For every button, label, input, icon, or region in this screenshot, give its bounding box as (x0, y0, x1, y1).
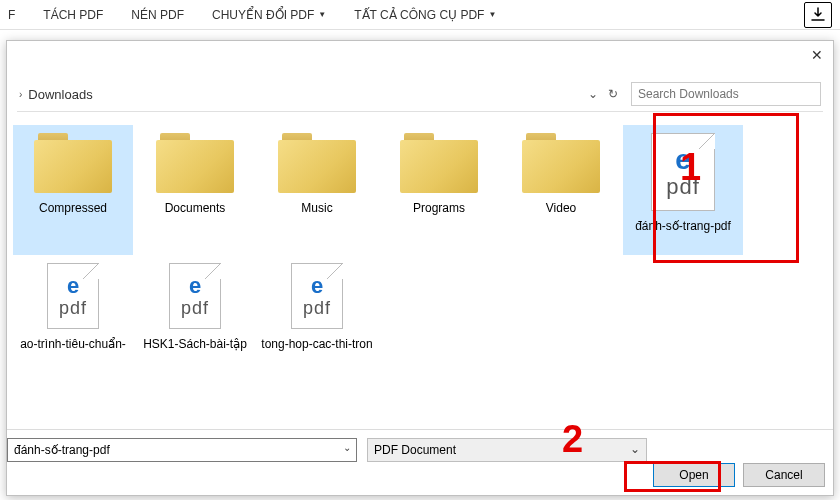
menu-tach-pdf[interactable]: TÁCH PDF (43, 8, 103, 22)
menu-label: TẤT CẢ CÔNG CỤ PDF (354, 8, 484, 22)
chevron-down-icon[interactable]: ⌄ (343, 442, 351, 453)
chevron-right-icon: › (19, 89, 22, 100)
divider (17, 111, 823, 112)
search-input[interactable] (631, 82, 821, 106)
folder-programs[interactable]: Programs (379, 125, 499, 255)
filetype-select[interactable]: PDF Document (367, 438, 647, 462)
file-label: Video (501, 201, 621, 215)
dialog-bottom-bar: ⌄ PDF Document Open Cancel (7, 429, 833, 495)
file-label: ao-trình-tiêu-chuẩn- (13, 337, 133, 351)
cancel-button[interactable]: Cancel (743, 463, 825, 487)
file-danh-so-trang-pdf[interactable]: epdf đánh-số-trang-pdf (623, 125, 743, 255)
folder-icon (156, 133, 234, 193)
file-label: Programs (379, 201, 499, 215)
file-hsk1[interactable]: epdf HSK1-Sách-bài-tập (135, 255, 255, 375)
menu-nen-pdf[interactable]: NÉN PDF (131, 8, 184, 22)
folder-documents[interactable]: Documents (135, 125, 255, 255)
menu-tat-ca-cong-cu-pdf[interactable]: TẤT CẢ CÔNG CỤ PDF▼ (354, 8, 496, 22)
breadcrumb[interactable]: › Downloads (19, 87, 93, 102)
pdf-file-icon: epdf (169, 263, 221, 329)
web-toolbar: F TÁCH PDF NÉN PDF CHUYỂN ĐỔI PDF▼ TẤT C… (0, 0, 840, 30)
folder-icon (278, 133, 356, 193)
file-label: đánh-số-trang-pdf (623, 219, 743, 233)
folder-video[interactable]: Video (501, 125, 621, 255)
folder-icon (400, 133, 478, 193)
files-area: Compressed Documents Music Programs Vide… (7, 125, 823, 425)
dialog-nav-row: › Downloads ⌄ ↻ (7, 77, 833, 111)
file-label: tong-hop-cac-thi-tron (257, 337, 377, 351)
dropdown-history-icon[interactable]: ⌄ (585, 86, 601, 102)
refresh-icon[interactable]: ↻ (605, 86, 621, 102)
filetype-label: PDF Document (374, 443, 456, 457)
pdf-file-icon: epdf (651, 133, 715, 211)
open-button[interactable]: Open (653, 463, 735, 487)
file-ao-trinh[interactable]: epdf ao-trình-tiêu-chuẩn- (13, 255, 133, 375)
folder-icon (34, 133, 112, 193)
file-tong-hop[interactable]: epdf tong-hop-cac-thi-tron (257, 255, 377, 375)
breadcrumb-label: Downloads (28, 87, 92, 102)
folder-compressed[interactable]: Compressed (13, 125, 133, 255)
file-label: Compressed (13, 201, 133, 215)
pdf-file-icon: epdf (291, 263, 343, 329)
folder-icon (522, 133, 600, 193)
download-icon (810, 7, 826, 23)
menu-f[interactable]: F (8, 8, 15, 22)
folder-music[interactable]: Music (257, 125, 377, 255)
file-label: Music (257, 201, 377, 215)
file-open-dialog: ✕ › Downloads ⌄ ↻ Compressed Documents (6, 40, 834, 496)
chevron-down-icon: ▼ (488, 10, 496, 19)
menu-chuyen-doi-pdf[interactable]: CHUYỂN ĐỔI PDF▼ (212, 8, 326, 22)
chevron-down-icon: ▼ (318, 10, 326, 19)
menu-label: NÉN PDF (131, 8, 184, 22)
file-label: Documents (135, 201, 255, 215)
menu-label: CHUYỂN ĐỔI PDF (212, 8, 314, 22)
pdf-file-icon: epdf (47, 263, 99, 329)
file-label: HSK1-Sách-bài-tập (135, 337, 255, 351)
menu-label: TÁCH PDF (43, 8, 103, 22)
close-button[interactable]: ✕ (811, 47, 823, 63)
download-button[interactable] (804, 2, 832, 28)
filename-input[interactable] (7, 438, 357, 462)
